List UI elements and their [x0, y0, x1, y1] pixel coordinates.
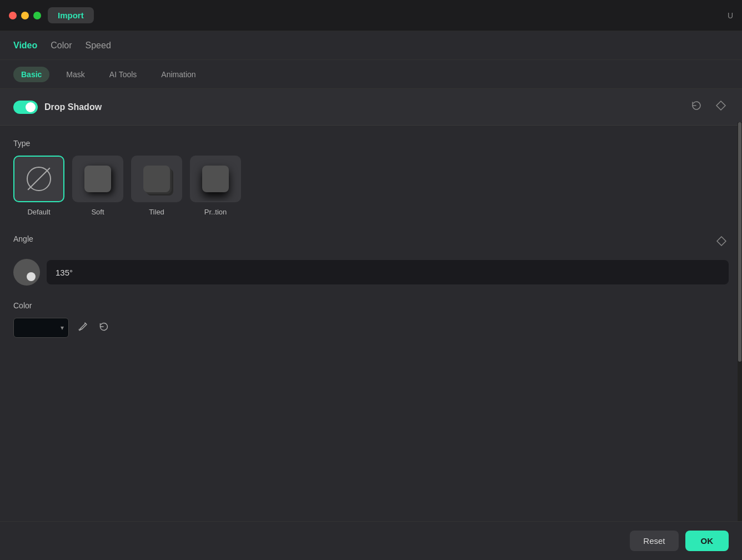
angle-dial[interactable]: [13, 259, 40, 286]
title-bar: Import U: [0, 0, 742, 31]
tab-color[interactable]: Color: [51, 38, 72, 53]
minimize-button[interactable]: [21, 12, 29, 19]
color-controls: ▾: [13, 318, 729, 338]
type-label: Type: [13, 139, 729, 148]
type-item-tiled[interactable]: Tiled: [131, 156, 182, 216]
subtab-animation[interactable]: Animation: [153, 67, 203, 82]
type-section: Type Default Soft: [13, 139, 729, 216]
tab-speed[interactable]: Speed: [86, 38, 111, 53]
color-swatch[interactable]: ▾: [13, 318, 69, 338]
angle-section: Angle 135°: [13, 234, 729, 286]
drop-shadow-header: Drop Shadow: [0, 89, 742, 126]
type-grid: Default Soft Tiled: [13, 156, 729, 216]
projection-shadow-icon: [202, 166, 229, 192]
ok-button[interactable]: OK: [685, 531, 729, 551]
subtab-ai-tools[interactable]: AI Tools: [102, 67, 145, 82]
type-box-tiled[interactable]: [131, 156, 182, 202]
subtab-basic[interactable]: Basic: [13, 67, 49, 82]
color-section: Color ▾: [13, 301, 729, 338]
type-box-default[interactable]: [13, 156, 64, 202]
import-button[interactable]: Import: [48, 7, 94, 23]
chevron-down-icon: ▾: [61, 324, 64, 332]
angle-header: Angle: [13, 234, 729, 251]
footer: Reset OK: [0, 521, 742, 560]
angle-control: 135°: [13, 259, 729, 286]
type-item-soft[interactable]: Soft: [72, 156, 123, 216]
maximize-button[interactable]: [33, 12, 41, 19]
close-button[interactable]: [9, 12, 17, 19]
scrollbar-thumb[interactable]: [738, 122, 741, 362]
subtab-mask[interactable]: Mask: [58, 67, 92, 82]
type-label-soft: Soft: [91, 208, 104, 216]
top-tabs: Video Color Speed: [0, 31, 742, 60]
content-panel: Drop Shadow Type: [0, 89, 742, 521]
tab-video[interactable]: Video: [13, 38, 37, 53]
type-item-default[interactable]: Default: [13, 156, 64, 216]
sub-tabs: Basic Mask AI Tools Animation: [0, 60, 742, 89]
color-reset-icon[interactable]: [97, 319, 111, 336]
angle-value: 135°: [56, 268, 73, 277]
main-panel: Video Color Speed Basic Mask AI Tools An…: [0, 31, 742, 560]
diamond-icon[interactable]: [713, 98, 729, 116]
tiled-shadow-icon: [143, 166, 170, 192]
angle-input-bar[interactable]: 135°: [47, 260, 729, 284]
scrollbar[interactable]: [738, 122, 742, 521]
type-label-projection: Pr..tion: [204, 208, 227, 216]
type-box-projection[interactable]: [190, 156, 241, 202]
drop-shadow-icons: [689, 98, 729, 116]
type-box-soft[interactable]: [72, 156, 123, 202]
default-shadow-icon: [27, 167, 51, 191]
type-item-projection[interactable]: Pr..tion: [190, 156, 241, 216]
reset-icon[interactable]: [689, 98, 704, 116]
color-label: Color: [13, 301, 729, 310]
type-label-default: Default: [27, 208, 50, 216]
drop-shadow-toggle[interactable]: [13, 101, 38, 114]
reset-button[interactable]: Reset: [630, 531, 678, 551]
type-label-tiled: Tiled: [149, 208, 164, 216]
panel-body: Type Default Soft: [0, 126, 742, 521]
angle-label: Angle: [13, 234, 33, 243]
soft-shadow-icon: [84, 166, 111, 192]
eyedropper-icon[interactable]: [76, 319, 90, 336]
drop-shadow-title: Drop Shadow: [44, 102, 102, 112]
title-bar-right-text: U: [728, 11, 733, 20]
traffic-lights: [9, 12, 41, 19]
angle-diamond-icon[interactable]: [714, 234, 729, 251]
